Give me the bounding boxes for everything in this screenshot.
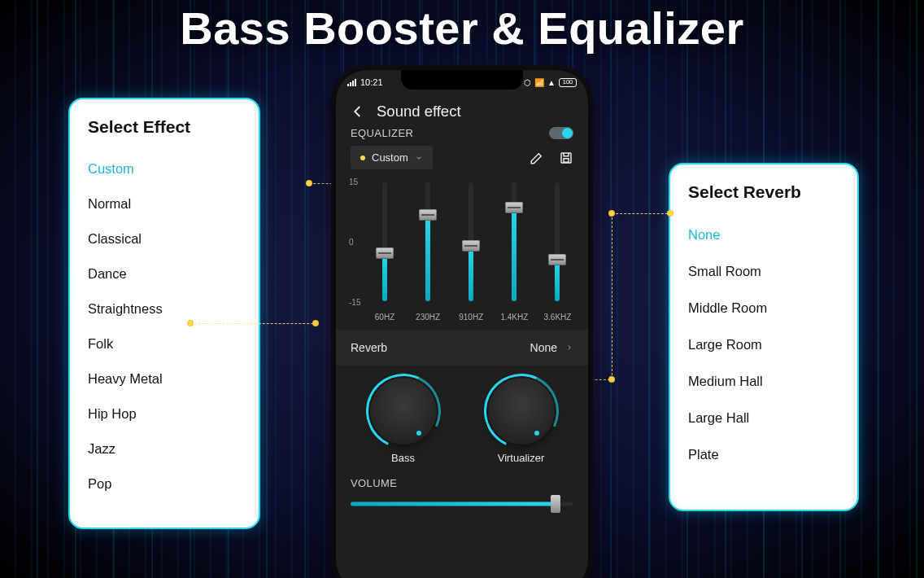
effect-item[interactable]: Jazz: [88, 431, 241, 466]
effect-item[interactable]: Heavy Metal: [88, 361, 241, 396]
equalizer-scale: 15 0 -15: [347, 177, 362, 322]
effect-heading: Select Effect: [88, 117, 241, 137]
eq-slider[interactable]: [460, 177, 482, 306]
vibrate-icon: 📶: [534, 78, 544, 87]
phone-notch: [401, 70, 523, 90]
equalizer-area: 15 0 -15 60HZ230HZ910HZ1.4KHZ3.6KHZ: [336, 169, 588, 325]
effect-item[interactable]: Dance: [88, 256, 241, 291]
back-arrow-icon[interactable]: [351, 104, 365, 119]
reverb-label: Reverb: [351, 341, 387, 354]
page-title: Sound effect: [377, 103, 461, 120]
connector-line: [612, 213, 612, 379]
bass-dial[interactable]: [369, 377, 438, 445]
eq-slider-thumb[interactable]: [505, 202, 523, 213]
reverb-item[interactable]: Large Room: [688, 326, 839, 363]
connector-line: [190, 323, 317, 324]
eq-slider-thumb[interactable]: [548, 254, 566, 265]
effect-item[interactable]: Normal: [88, 186, 241, 221]
effect-item[interactable]: Hip Hop: [88, 396, 241, 431]
eq-band: 3.6KHZ: [538, 177, 577, 322]
eq-slider-thumb[interactable]: [462, 240, 480, 252]
bass-label: Bass: [391, 452, 415, 464]
eq-band-label: 910HZ: [459, 313, 483, 322]
virtualizer-label: Virtualizer: [498, 452, 545, 464]
scale-min: -15: [349, 298, 360, 307]
reverb-heading: Select Reverb: [688, 182, 839, 202]
reverb-item[interactable]: Large Hall: [688, 400, 839, 436]
volume-thumb[interactable]: [551, 495, 560, 513]
bass-knob-group: Bass: [369, 377, 438, 464]
eq-band-label: 60HZ: [375, 313, 394, 322]
eq-slider[interactable]: [503, 177, 525, 306]
scale-mid: 0: [349, 238, 360, 247]
connector-dot: [306, 180, 312, 186]
eq-slider-thumb[interactable]: [376, 247, 394, 259]
virtualizer-dial[interactable]: [487, 377, 556, 445]
reverb-item[interactable]: None: [688, 217, 839, 253]
eq-band-label: 3.6KHZ: [543, 313, 571, 322]
effect-item[interactable]: Straightness: [88, 291, 241, 326]
connector-dot: [312, 320, 319, 326]
virtualizer-knob-group: Virtualizer: [487, 377, 556, 464]
reverb-item[interactable]: Medium Hall: [688, 363, 839, 400]
eq-band-label: 1.4KHZ: [500, 313, 528, 322]
eq-band-label: 230HZ: [416, 313, 440, 322]
chevron-right-icon: [565, 344, 573, 352]
phone-screen: 10:21 ⬡ 📶 ▲ 100 Sound effect EQUALIZER C…: [336, 70, 588, 578]
reverb-value: None: [530, 341, 557, 354]
reverb-item[interactable]: Plate: [688, 436, 839, 473]
equalizer-toggle[interactable]: [549, 127, 573, 139]
reverb-row[interactable]: Reverb None: [336, 330, 588, 366]
preset-name: Custom: [372, 151, 408, 164]
eq-slider[interactable]: [416, 177, 439, 306]
status-time: 10:21: [360, 77, 383, 87]
connector-dot: [667, 210, 673, 217]
reverb-item[interactable]: Small Room: [688, 253, 839, 290]
preset-row: Custom: [336, 142, 588, 169]
preset-connector-dot: [360, 155, 365, 160]
effect-item[interactable]: Pop: [88, 466, 241, 501]
phone-frame: 10:21 ⬡ 📶 ▲ 100 Sound effect EQUALIZER C…: [336, 70, 588, 578]
equalizer-header: EQUALIZER: [336, 127, 588, 142]
volume-section: VOLUME: [336, 469, 588, 523]
eq-band: 910HZ: [452, 177, 490, 322]
wifi-icon: ▲: [547, 78, 556, 87]
effect-card: Select Effect CustomNormalClassicalDance…: [68, 98, 260, 529]
volume-slider[interactable]: [351, 497, 573, 510]
reverb-card: Select Reverb NoneSmall RoomMiddle RoomL…: [669, 163, 859, 511]
equalizer-label: EQUALIZER: [351, 127, 413, 139]
battery-icon: 100: [559, 78, 577, 87]
save-icon[interactable]: [559, 151, 573, 165]
volume-label: VOLUME: [351, 474, 573, 497]
eq-band: 60HZ: [365, 177, 403, 322]
reverb-item[interactable]: Middle Room: [688, 290, 839, 326]
effect-item[interactable]: Folk: [88, 326, 241, 361]
eq-band: 230HZ: [409, 177, 447, 322]
svg-rect-1: [564, 158, 569, 162]
effect-item[interactable]: Classical: [88, 221, 241, 256]
connector-line: [612, 213, 672, 214]
knobs-area: Bass Virtualizer: [336, 366, 588, 469]
eq-slider-thumb[interactable]: [419, 209, 437, 221]
effect-item[interactable]: Custom: [88, 151, 241, 186]
eq-band: 1.4KHZ: [495, 177, 534, 322]
eq-slider[interactable]: [546, 177, 569, 306]
chevron-down-icon: [415, 154, 423, 162]
edit-icon[interactable]: [530, 151, 544, 165]
eq-slider[interactable]: [373, 177, 396, 306]
scale-max: 15: [349, 177, 360, 186]
preset-dropdown[interactable]: Custom: [351, 146, 433, 169]
main-heading: Bass Booster & Equalizer: [0, 2, 924, 55]
connector-dot: [187, 320, 194, 326]
signal-icon: [347, 79, 357, 86]
bluetooth-icon: ⬡: [524, 78, 531, 87]
page-header: Sound effect: [336, 94, 588, 127]
